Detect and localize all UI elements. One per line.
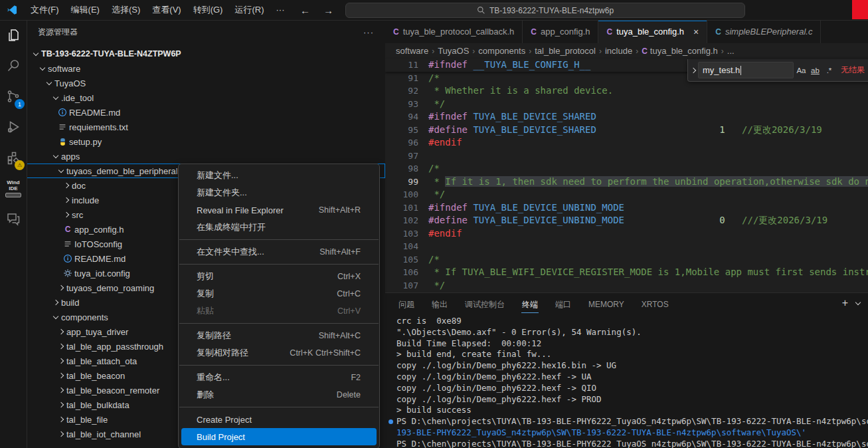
tree-item-label: src (72, 210, 83, 220)
find-replace-toggle-icon[interactable] (688, 68, 698, 72)
code-editor[interactable]: my_test.h Aa ab .* 无结果 11#ifndef __TUYA_… (385, 58, 868, 292)
new-terminal-button[interactable]: + (842, 298, 848, 308)
tree-item-README.md[interactable]: README.md (27, 105, 385, 120)
panel-tab-XRTOS[interactable]: XRTOS (641, 294, 669, 314)
tree-item-apps[interactable]: apps (27, 149, 385, 164)
code-line[interactable]: 96#endif (385, 136, 868, 150)
tab-close-icon[interactable]: × (693, 27, 699, 37)
menu-item-6[interactable]: ··· (270, 3, 290, 17)
context-menu-item-0[interactable]: 新建文件... (179, 167, 379, 184)
menu-item-3[interactable]: 查看(V) (146, 3, 187, 17)
breadcrumb-item-...[interactable]: ... (727, 46, 735, 56)
editor-tab-tuya_ble_config.h[interactable]: Ctuya_ble_config.h× (598, 20, 707, 43)
context-menu-item-10[interactable]: 重命名...F2 (179, 369, 379, 386)
breadcrumb-item-include[interactable]: include (605, 46, 632, 56)
regex-button[interactable]: .* (823, 64, 835, 77)
activity-extensions-icon[interactable]: ⚠ (0, 142, 27, 173)
activity-run-debug-icon[interactable] (0, 112, 27, 142)
terminal-text: Build Time Elapsed: 00:00:12 (396, 338, 541, 348)
context-menu-shortcut: Ctrl+K Ctrl+Shift+C (279, 348, 361, 358)
context-menu-item-13[interactable]: Build Project (181, 428, 377, 445)
context-menu-item-1[interactable]: 新建文件夹... (179, 184, 379, 201)
editor-tab-tuya_ble_protocol_callback.h[interactable]: Ctuya_ble_protocol_callback.h (385, 20, 523, 43)
panel-tab-问题[interactable]: 问题 (398, 294, 415, 316)
code-text: #endif (418, 136, 462, 150)
code-line[interactable]: 101#ifndef TUYA_BLE_DEVICE_UNBIND_MODE (385, 201, 868, 215)
code-line[interactable]: 93 */ (385, 98, 868, 111)
terminal-output[interactable]: crc is 0xe89".\Objects\Demo.axf" - 0 Err… (385, 316, 868, 448)
context-menu-item-5[interactable]: 剪切Ctrl+X (179, 268, 379, 285)
context-menu-item-3[interactable]: 在集成终端中打开 (179, 219, 379, 236)
tab-label: app_config.h (541, 27, 590, 37)
c-file-icon: C (715, 27, 721, 37)
tree-item-label: doc (72, 181, 86, 191)
activity-feedback-icon[interactable] (0, 203, 27, 234)
context-menu-item-4[interactable]: 在文件夹中查找...Shift+Alt+F (179, 243, 379, 261)
activity-wind-ide-icon[interactable]: WindIDE (0, 173, 27, 203)
menu-item-1[interactable]: 编辑(E) (65, 3, 106, 17)
code-line[interactable]: 99 * If it is 1, then sdk need to perfor… (385, 175, 868, 189)
panel-tab-终端[interactable]: 终端 (521, 294, 539, 316)
code-line[interactable]: 105/* (385, 253, 868, 267)
code-line[interactable]: 100 */ (385, 188, 868, 201)
window-close-button[interactable] (852, 0, 868, 19)
tree-item-label: setup.py (69, 137, 102, 147)
context-menu-item-12[interactable]: Create Project (179, 411, 379, 428)
menu-item-0[interactable]: 文件(F) (25, 3, 65, 17)
breadcrumb-item-tal_ble_protocol[interactable]: tal_ble_protocol (535, 46, 596, 56)
code-line[interactable]: 107 */ (385, 279, 868, 292)
activity-search-icon[interactable] (0, 51, 27, 81)
tree-item-setup.py[interactable]: setup.py (27, 134, 385, 149)
context-menu-item-9[interactable]: 复制相对路径Ctrl+K Ctrl+Shift+C (179, 344, 379, 362)
panel-tab-端口[interactable]: 端口 (555, 294, 572, 316)
code-line[interactable]: 98/* (385, 162, 868, 175)
context-menu-item-11[interactable]: 删除Delete (179, 386, 379, 403)
context-menu: 新建文件...新建文件夹...Reveal in File ExplorerSh… (178, 164, 380, 448)
panel-tab-输出[interactable]: 输出 (431, 294, 448, 316)
match-case-button[interactable]: Aa (795, 64, 808, 77)
context-menu-item-8[interactable]: 复制路径Shift+Alt+C (179, 327, 379, 344)
explorer-more-actions-icon[interactable]: ··· (363, 27, 374, 37)
command-center-search[interactable]: TB-193-6222-TUYA-BLE-n4ztpw6p (345, 3, 745, 18)
code-line[interactable]: 92 * Whether it is a shared device. (385, 84, 868, 98)
tree-item-software[interactable]: software (27, 61, 385, 76)
code-line[interactable]: 104 (385, 240, 868, 253)
tree-item-.ide_tool[interactable]: .ide_tool (27, 90, 385, 105)
code-line[interactable]: 95#define TUYA_BLE_DEVICE_SHARED 1 //更改2… (385, 124, 868, 137)
find-input[interactable]: my_test.h (698, 62, 794, 78)
editor-tab-app_config.h[interactable]: Capp_config.h (523, 20, 598, 43)
panel-tab-MEMORY[interactable]: MEMORY (588, 294, 625, 314)
tree-item-TB-193-6222-TUYA-BLE-N4ZTPW6P[interactable]: TB-193-6222-TUYA-BLE-N4ZTPW6P (27, 47, 385, 61)
activity-source-control-icon[interactable]: 1 (0, 81, 27, 112)
code-line[interactable]: 102#define TUYA_BLE_DEVICE_UNBIND_MODE 0… (385, 214, 868, 227)
breadcrumb-label: components (478, 46, 525, 56)
code-line[interactable]: 97 (385, 150, 868, 163)
forward-arrow-icon[interactable]: → (323, 5, 333, 16)
tree-item-label: app_config.h (74, 225, 124, 235)
tab-label: tuya_ble_config.h (616, 27, 684, 37)
menu-item-5[interactable]: 运行(R) (228, 3, 270, 17)
terminal-line: copy ./.log/bin/Demo_phy6222.hexf -> QIO (396, 383, 868, 394)
tree-item-label: IoTOSconfig (74, 239, 122, 249)
editor-tab-simpleBLEPeripheral.c[interactable]: CsimpleBLEPeripheral.c (707, 20, 821, 43)
terminal-dropdown-chevron-icon[interactable] (855, 300, 861, 305)
context-menu-item-6[interactable]: 复制Ctrl+C (179, 285, 379, 302)
tree-item-label: tal_ble_iot_channel (66, 429, 141, 439)
menu-item-2[interactable]: 选择(S) (106, 3, 146, 17)
tree-item-TuyaOS[interactable]: TuyaOS (27, 76, 385, 90)
breadcrumb-item-tuya_ble_config.h[interactable]: Ctuya_ble_config.h (642, 46, 718, 56)
code-line[interactable]: 103#endif (385, 227, 868, 241)
panel-tab-调试控制台[interactable]: 调试控制台 (464, 294, 505, 316)
code-line[interactable]: 94#ifndef TUYA_BLE_DEVICE_SHARED (385, 110, 868, 124)
menu-item-4[interactable]: 转到(G) (187, 3, 229, 17)
breadcrumb-item-components[interactable]: components (478, 46, 525, 56)
tree-item-requiements.txt[interactable]: requiements.txt (27, 120, 385, 134)
breadcrumb-item-software[interactable]: software (396, 46, 428, 56)
line-number: 99 (385, 175, 418, 189)
back-arrow-icon[interactable]: ← (300, 5, 310, 16)
context-menu-item-2[interactable]: Reveal in File ExplorerShift+Alt+R (179, 201, 379, 219)
breadcrumb-item-TuyaOS[interactable]: TuyaOS (438, 46, 469, 56)
code-line[interactable]: 106 * If TUYA_BLE_WIFI_DEVICE_REGISTER_M… (385, 266, 868, 279)
activity-explorer-icon[interactable] (0, 20, 27, 51)
whole-word-button[interactable]: ab (809, 64, 822, 77)
